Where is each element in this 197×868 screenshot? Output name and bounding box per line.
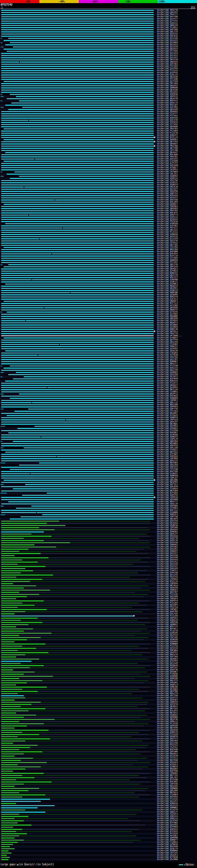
hit-bar[interactable]	[1, 387, 154, 388]
hit-label[interactable]: UniRef100_P12330	[157, 365, 196, 367]
hit-bar[interactable]	[1, 456, 154, 457]
hit-bar[interactable]	[1, 818, 14, 819]
hit-label[interactable]: UniRef100_Q64442	[157, 85, 196, 87]
hit-label[interactable]: UniRef100_Q43437	[157, 197, 196, 199]
hit-bar[interactable]	[10, 398, 154, 399]
hit-bar[interactable]	[28, 409, 154, 409]
hit-label[interactable]: UniRef100_A5BPB2	[157, 175, 196, 177]
hit-label[interactable]: UniRef100_B6STN4	[157, 248, 196, 251]
hit-label[interactable]: UniRef100_C5X0S4	[157, 488, 196, 490]
hit-bar[interactable]	[1, 795, 45, 795]
hit-bar[interactable]	[1, 70, 154, 71]
hit-bar[interactable]	[1, 773, 44, 774]
hit-bar[interactable]	[13, 46, 154, 48]
hit-label[interactable]: UniRef100_B6SPM3	[157, 481, 196, 484]
hit-label[interactable]: UniRef100_Q84TB7	[157, 591, 196, 593]
hit-label[interactable]: UniRef100_A2XGC4	[157, 764, 196, 766]
hit-bar[interactable]	[1, 805, 55, 806]
hit-label[interactable]: UniRef100_A9PGG2	[157, 617, 196, 619]
hit-bar[interactable]	[10, 42, 154, 43]
hit-bar[interactable]	[1, 208, 154, 209]
hit-label[interactable]: UniRef100_Q64447	[157, 152, 196, 154]
hit-bar[interactable]	[1, 525, 65, 526]
hit-bar[interactable]	[1, 236, 154, 237]
hit-label[interactable]: UniRef100_Q67TB0	[157, 147, 196, 149]
hit-label[interactable]: UniRef100_C5XNV4	[157, 841, 196, 843]
hit-label[interactable]: UniRef100_P04782	[157, 210, 196, 212]
hit-label[interactable]: UniRef100_B8ANB6	[157, 315, 196, 317]
hit-bar[interactable]	[1, 833, 27, 834]
hit-bar[interactable]	[1, 816, 28, 817]
hit-bar[interactable]	[1, 243, 154, 244]
hit-bar[interactable]	[10, 178, 154, 179]
hit-label[interactable]: UniRef100_Q5Z9N8	[157, 859, 196, 861]
hit-bar[interactable]	[1, 370, 154, 371]
hit-label[interactable]: UniRef100_Q4VY59	[157, 520, 196, 522]
hit-label[interactable]: UniRef100_C0P0Q7	[157, 609, 196, 611]
hit-bar[interactable]	[1, 275, 154, 276]
hit-bar[interactable]	[1, 613, 14, 614]
hit-bar[interactable]	[1, 471, 154, 472]
hit-label[interactable]: UniRef100_A9RH50	[157, 475, 196, 477]
hit-label[interactable]: UniRef100_P13851	[157, 27, 196, 29]
hit-label[interactable]: UniRef100_Q41447	[157, 188, 196, 190]
hit-label[interactable]: UniRef100_Q9LK10	[157, 186, 196, 188]
hit-label[interactable]: UniRef100_Q40961	[157, 138, 196, 141]
hit-bar[interactable]	[1, 600, 44, 601]
hit-label[interactable]: UniRef100_B9L8Y5	[157, 212, 196, 214]
hit-bar[interactable]	[1, 820, 24, 821]
hit-bar[interactable]	[1, 249, 154, 250]
hit-bar[interactable]	[1, 691, 38, 692]
hit-bar[interactable]	[1, 88, 154, 88]
hit-bar[interactable]	[4, 266, 154, 267]
hit-bar[interactable]	[1, 206, 154, 207]
hit-bar[interactable]	[1, 118, 154, 119]
hit-label[interactable]: UniRef100_Q4VV58	[157, 541, 196, 544]
hit-label[interactable]: UniRef100_Q40195	[157, 117, 196, 119]
hit-label[interactable]: UniRef100_B6TJ55	[157, 774, 196, 777]
hit-bar[interactable]	[1, 698, 25, 698]
hit-label[interactable]: UniRef100_B6SJ39	[157, 369, 196, 371]
hit-bar[interactable]	[1, 150, 154, 151]
hit-label[interactable]: UniRef100_B8BFW6	[157, 291, 196, 294]
hit-bar[interactable]	[1, 21, 154, 22]
hit-label[interactable]: UniRef100_B1PL33	[157, 136, 196, 138]
hit-label[interactable]: UniRef100_Q64443	[157, 48, 196, 50]
hit-bar[interactable]	[1, 294, 154, 295]
hit-label[interactable]: UniRef100_P07371	[157, 227, 196, 229]
hit-label[interactable]: UniRef100_Q9ZP12	[157, 393, 196, 395]
hit-label[interactable]: UniRef100_Q4VV59	[157, 703, 196, 706]
hit-bar[interactable]	[4, 40, 154, 41]
hit-label[interactable]: UniRef100_Q39442	[157, 218, 196, 220]
hit-bar[interactable]	[1, 290, 154, 291]
hit-label[interactable]: UniRef100_Q2R5P6	[157, 632, 196, 634]
hit-label[interactable]: UniRef100_Q50K58	[157, 524, 196, 527]
hit-label[interactable]: UniRef100_Q41422	[157, 55, 196, 57]
hit-bar[interactable]	[1, 799, 50, 800]
hit-bar[interactable]	[1, 663, 21, 664]
hit-bar[interactable]	[1, 771, 13, 772]
hit-label[interactable]: UniRef100_A9NW86	[157, 787, 196, 789]
hit-label[interactable]: UniRef100_Q7F8W7	[157, 453, 196, 456]
hit-label[interactable]: UniRef100_C0P9N5	[157, 458, 196, 460]
hit-bar[interactable]	[1, 758, 33, 759]
hit-label[interactable]: UniRef100_A5BH74	[157, 184, 196, 186]
hit-bar[interactable]	[1, 736, 18, 737]
hit-label[interactable]: UniRef100_C5YYL5	[157, 757, 196, 759]
hit-label[interactable]: UniRef100_B7FN30	[157, 856, 196, 859]
hit-label[interactable]: UniRef100_P04779	[157, 333, 196, 335]
hit-label[interactable]: UniRef100_P08221	[157, 345, 196, 348]
hit-bar[interactable]	[1, 745, 38, 746]
hit-bar[interactable]	[8, 264, 154, 265]
hit-bar[interactable]	[1, 659, 39, 659]
hit-label[interactable]: UniRef100_B6TM30	[157, 759, 196, 762]
hit-label[interactable]: UniRef100_Q10CZ1	[157, 281, 196, 283]
hit-bar[interactable]	[1, 588, 24, 588]
hit-bar[interactable]	[1, 710, 28, 711]
hit-bar[interactable]	[25, 484, 154, 485]
hit-bar[interactable]	[1, 199, 154, 200]
hit-label[interactable]: UniRef100_A9NLB8	[157, 686, 196, 688]
hit-bar[interactable]	[1, 747, 30, 748]
hit-bar[interactable]	[1, 829, 22, 830]
hit-label[interactable]: UniRef100_C6TC97	[157, 852, 196, 854]
